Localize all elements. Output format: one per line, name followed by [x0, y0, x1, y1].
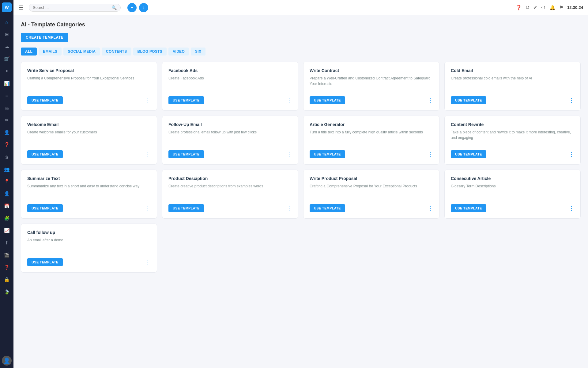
sidebar-item-upload[interactable]: ⬆: [1, 237, 12, 248]
sidebar-item-cloud[interactable]: ☁: [1, 41, 12, 52]
use-template-button[interactable]: USE TEMPLATE: [451, 204, 486, 212]
card-footer: USE TEMPLATE⋮: [451, 204, 574, 212]
sidebar-item-star[interactable]: ✦: [1, 66, 12, 77]
card-more-icon[interactable]: ⋮: [286, 151, 292, 157]
sidebar-item-video[interactable]: 🎬: [1, 250, 12, 261]
card-desc: Summmarize any text in a short and easy …: [27, 183, 151, 199]
sidebar-item-grid[interactable]: ⊞: [1, 29, 12, 40]
filter-tab-video[interactable]: VIDEO: [168, 48, 189, 56]
use-template-button[interactable]: USE TEMPLATE: [310, 96, 345, 104]
sidebar-item-puzzle[interactable]: 🧩: [1, 213, 12, 224]
filter-tab-contents[interactable]: CONTENTS: [102, 48, 131, 56]
sidebar-item-leaf[interactable]: 🍃: [1, 286, 12, 297]
sidebar-item-dollar[interactable]: $: [1, 151, 12, 163]
bell-icon[interactable]: 🔔: [549, 5, 556, 10]
card-title: Summarize Text: [27, 176, 151, 181]
sidebar-logo: W: [2, 2, 12, 12]
filter-tab-emails[interactable]: EMAILS: [39, 48, 62, 56]
card-more-icon[interactable]: ⋮: [286, 98, 292, 103]
sidebar-item-cart[interactable]: 🛒: [1, 53, 12, 64]
card-more-icon[interactable]: ⋮: [569, 98, 574, 103]
history-icon[interactable]: ↺: [526, 5, 530, 10]
card-desc: Create professional cold emails with the…: [451, 75, 574, 91]
timer-icon[interactable]: ⏱: [541, 5, 546, 10]
template-card: Call follow upAn email after a demoUSE T…: [21, 224, 157, 273]
template-card: Cold EmailCreate professional cold email…: [444, 62, 581, 111]
card-title: Facebook Ads: [168, 68, 292, 73]
card-desc: Create creative product descriptions fro…: [168, 183, 292, 199]
card-footer: USE TEMPLATE⋮: [310, 150, 433, 158]
add-button[interactable]: +: [127, 3, 137, 12]
card-more-icon[interactable]: ⋮: [428, 205, 433, 211]
use-template-button[interactable]: USE TEMPLATE: [310, 204, 345, 212]
search-icon[interactable]: 🔍: [111, 5, 117, 10]
card-more-icon[interactable]: ⋮: [569, 205, 574, 211]
card-footer: USE TEMPLATE⋮: [310, 204, 433, 212]
search-box: 🔍: [29, 4, 121, 12]
flag-icon[interactable]: ⚑: [559, 5, 564, 10]
card-more-icon[interactable]: ⋮: [428, 98, 433, 103]
filter-tab-all[interactable]: ALL: [21, 48, 37, 56]
filter-tab-blog-posts[interactable]: BLOG POSTS: [133, 48, 167, 56]
check-icon[interactable]: ✔: [533, 5, 537, 10]
sidebar-item-brush[interactable]: ✏: [1, 115, 12, 126]
use-template-button[interactable]: USE TEMPLATE: [168, 96, 204, 104]
create-template-button[interactable]: CREATE TEMPLATE: [21, 33, 68, 42]
use-template-button[interactable]: USE TEMPLATE: [27, 150, 63, 158]
template-card: Summarize TextSummmarize any text in a s…: [21, 170, 157, 219]
card-title: Welcome Email: [27, 122, 151, 127]
template-card: Write Product ProposalCrafting a Compreh…: [303, 170, 439, 219]
card-footer: USE TEMPLATE⋮: [27, 258, 151, 266]
card-footer: USE TEMPLATE⋮: [451, 150, 574, 158]
download-button[interactable]: ↓: [139, 3, 148, 12]
use-template-button[interactable]: USE TEMPLATE: [27, 96, 63, 104]
sidebar-item-users2[interactable]: 👤: [1, 188, 12, 199]
sidebar-item-help2[interactable]: ❓: [1, 262, 12, 273]
sidebar-item-user[interactable]: 👤: [1, 127, 12, 138]
card-desc: An email after a demo: [27, 237, 151, 253]
card-more-icon[interactable]: ⋮: [145, 259, 151, 265]
filter-tab-six[interactable]: SIX: [191, 48, 205, 56]
avatar[interactable]: 👤: [2, 356, 12, 366]
use-template-button[interactable]: USE TEMPLATE: [451, 150, 486, 158]
sidebar-item-location[interactable]: 📍: [1, 176, 12, 187]
help-icon[interactable]: ❓: [516, 5, 522, 10]
sidebar-item-group[interactable]: 👥: [1, 164, 12, 175]
sidebar-item-help[interactable]: ❓: [1, 139, 12, 150]
card-footer: USE TEMPLATE⋮: [168, 150, 292, 158]
use-template-button[interactable]: USE TEMPLATE: [27, 204, 63, 212]
search-input[interactable]: [33, 5, 110, 10]
sidebar-item-home[interactable]: ⌂: [1, 17, 12, 28]
filter-tab-social-media[interactable]: SOCIAL MEDIA: [63, 48, 100, 56]
card-title: Follow-Up Email: [168, 122, 292, 127]
card-more-icon[interactable]: ⋮: [569, 151, 574, 157]
sidebar-item-calendar[interactable]: 📅: [1, 201, 12, 212]
card-more-icon[interactable]: ⋮: [428, 151, 433, 157]
sidebar-item-list[interactable]: ≡: [1, 90, 12, 101]
topbar-right: ❓ ↺ ✔ ⏱ 🔔 ⚑ 12:30:24: [516, 5, 583, 10]
template-card: Content RewriteTake a piece of content a…: [444, 116, 581, 165]
card-footer: USE TEMPLATE⋮: [168, 96, 292, 104]
sidebar-item-lock[interactable]: 🔒: [1, 274, 12, 285]
use-template-button[interactable]: USE TEMPLATE: [451, 96, 486, 104]
menu-icon[interactable]: ☰: [18, 4, 23, 11]
sidebar-item-chart[interactable]: 📊: [1, 78, 12, 89]
sidebar-item-scale[interactable]: ⚖: [1, 102, 12, 113]
card-title: Call follow up: [27, 230, 151, 235]
sidebar-item-barchart[interactable]: 📈: [1, 225, 12, 236]
card-more-icon[interactable]: ⋮: [286, 205, 292, 211]
main-wrapper: ☰ 🔍 + ↓ ❓ ↺ ✔ ⏱ 🔔 ⚑ 12:30:24 AI - Templa…: [13, 0, 588, 368]
use-template-button[interactable]: USE TEMPLATE: [27, 258, 63, 266]
card-more-icon[interactable]: ⋮: [145, 98, 151, 103]
card-title: Write Contract: [310, 68, 433, 73]
card-footer: USE TEMPLATE⋮: [310, 96, 433, 104]
card-more-icon[interactable]: ⋮: [145, 205, 151, 211]
use-template-button[interactable]: USE TEMPLATE: [310, 150, 345, 158]
page-title: AI - Template Categories: [21, 21, 581, 28]
use-template-button[interactable]: USE TEMPLATE: [168, 150, 204, 158]
card-footer: USE TEMPLATE⋮: [27, 150, 151, 158]
card-desc: Create professional email follow up with…: [168, 129, 292, 145]
use-template-button[interactable]: USE TEMPLATE: [168, 204, 204, 212]
card-desc: Crafting a Comprehensive Proposal for Yo…: [27, 75, 151, 91]
card-more-icon[interactable]: ⋮: [145, 151, 151, 157]
